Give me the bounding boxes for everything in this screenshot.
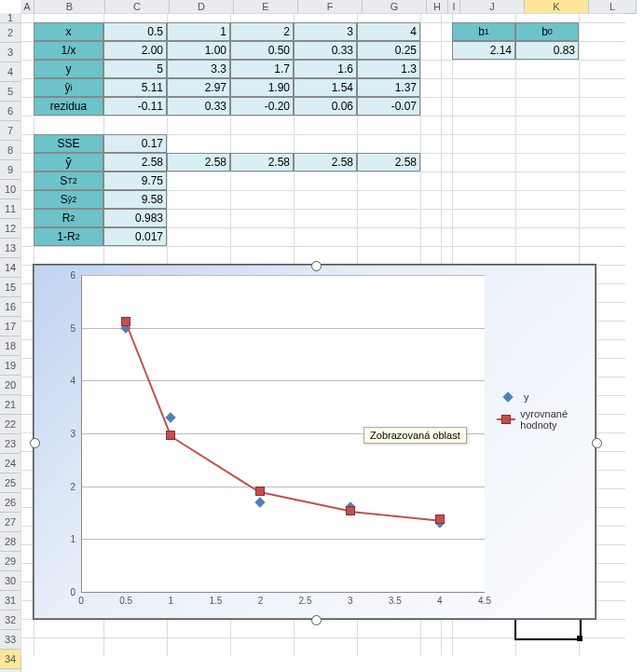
col-header-H[interactable]: H <box>427 0 448 13</box>
cell-B3[interactable]: 1/x <box>34 41 103 60</box>
cell-D3[interactable]: 1.00 <box>167 41 230 60</box>
cell-F3[interactable]: 0.33 <box>294 41 357 60</box>
cell-C6[interactable]: -0.11 <box>103 97 167 116</box>
cell-B11[interactable]: Sŷ2 <box>34 190 103 209</box>
cell-F2[interactable]: 3 <box>294 22 357 41</box>
chart-point-fitted[interactable] <box>166 431 175 440</box>
row-headers[interactable]: 1234567891011121314151617181920212223242… <box>0 13 21 672</box>
cell-C3[interactable]: 2.00 <box>103 41 167 60</box>
row-header-10[interactable]: 10 <box>0 180 21 199</box>
cell-G4[interactable]: 1.3 <box>357 60 420 78</box>
col-header-C[interactable]: C <box>105 0 170 13</box>
chart-point-fitted[interactable] <box>255 487 265 496</box>
row-header-28[interactable]: 28 <box>0 532 21 552</box>
row-header-8[interactable]: 8 <box>0 141 21 160</box>
cell-E2[interactable]: 2 <box>230 22 294 41</box>
cell-C9[interactable]: 2.58 <box>103 153 167 171</box>
cell-B4[interactable]: y <box>34 60 103 78</box>
row-header-11[interactable]: 11 <box>0 199 21 219</box>
chart-legend[interactable]: yvyrovnané hodnoty <box>496 386 595 436</box>
cell-C12[interactable]: 0.983 <box>103 209 167 227</box>
cell-B8[interactable]: SSE <box>34 134 103 153</box>
col-header-F[interactable]: F <box>298 0 363 13</box>
cell-E5[interactable]: 1.90 <box>230 78 294 97</box>
row-header-5[interactable]: 5 <box>0 82 21 102</box>
row-header-12[interactable]: 12 <box>0 219 21 239</box>
cell-C10[interactable]: 9.75 <box>103 171 167 190</box>
cell-D9[interactable]: 2.58 <box>167 153 230 171</box>
chart-point-y[interactable] <box>166 412 176 422</box>
cell-G6[interactable]: -0.07 <box>357 97 420 116</box>
row-header-1[interactable]: 1 <box>0 13 21 23</box>
col-header-E[interactable]: E <box>234 0 298 13</box>
row-header-34[interactable]: 34 <box>0 650 21 669</box>
cell-F9[interactable]: 2.58 <box>294 153 357 171</box>
row-header-17[interactable]: 17 <box>0 317 21 336</box>
col-header-B[interactable]: B <box>34 0 105 13</box>
col-header-K[interactable]: K <box>525 0 589 13</box>
cell-B13[interactable]: 1-R2 <box>34 227 103 246</box>
chart-point-fitted[interactable] <box>346 506 355 515</box>
cell-B6[interactable]: rezidua <box>34 97 103 116</box>
cell-B5[interactable]: ŷi <box>34 78 103 97</box>
row-header-15[interactable]: 15 <box>0 278 21 297</box>
row-header-18[interactable]: 18 <box>0 336 21 356</box>
cell-D6[interactable]: 0.33 <box>167 97 230 116</box>
cell-K3[interactable]: 0.83 <box>515 41 579 60</box>
chart-legend-item[interactable]: y <box>496 391 595 403</box>
cell-J3[interactable]: 2.14 <box>452 41 515 60</box>
row-header-31[interactable]: 31 <box>0 591 21 610</box>
column-headers[interactable]: ABCDEFGHIJKL <box>21 0 637 14</box>
cell-D5[interactable]: 2.97 <box>167 78 230 97</box>
cell-G2[interactable]: 4 <box>357 22 420 41</box>
cell-F5[interactable]: 1.54 <box>294 78 357 97</box>
chart-point-fitted[interactable] <box>435 514 445 524</box>
row-header-29[interactable]: 29 <box>0 552 21 571</box>
row-header-20[interactable]: 20 <box>0 376 21 395</box>
chart-legend-item[interactable]: vyrovnané hodnoty <box>496 408 595 431</box>
chart-point-y[interactable] <box>255 497 266 507</box>
chart[interactable]: yvyrovnané hodnoty Zobrazovaná oblast 01… <box>34 265 596 619</box>
cell-C13[interactable]: 0.017 <box>103 227 167 246</box>
row-header-4[interactable]: 4 <box>0 62 21 82</box>
row-header-3[interactable]: 3 <box>0 43 21 62</box>
row-header-27[interactable]: 27 <box>0 513 21 532</box>
row-header-30[interactable]: 30 <box>0 571 21 591</box>
row-header-26[interactable]: 26 <box>0 493 21 513</box>
cell-C8[interactable]: 0.17 <box>103 134 167 153</box>
cell-E4[interactable]: 1.7 <box>230 60 294 78</box>
cell-J2[interactable]: b1 <box>452 22 515 41</box>
col-header-I[interactable]: I <box>448 0 460 13</box>
cell-D4[interactable]: 3.3 <box>167 60 230 78</box>
row-header-14[interactable]: 14 <box>0 258 21 278</box>
cell-B10[interactable]: ST2 <box>34 171 103 190</box>
row-header-19[interactable]: 19 <box>0 356 21 376</box>
cell-F4[interactable]: 1.6 <box>294 60 357 78</box>
cell-F6[interactable]: 0.06 <box>294 97 357 116</box>
chart-resize-handle[interactable] <box>311 615 322 625</box>
cell-E3[interactable]: 0.50 <box>230 41 294 60</box>
cell-C11[interactable]: 9.58 <box>103 190 167 209</box>
cell-G5[interactable]: 1.37 <box>357 78 420 97</box>
cell-C2[interactable]: 0.5 <box>103 22 167 41</box>
cell-D2[interactable]: 1 <box>167 22 230 41</box>
col-header-J[interactable]: J <box>460 0 525 13</box>
col-header-G[interactable]: G <box>363 0 427 13</box>
cell-B12[interactable]: R2 <box>34 209 103 227</box>
row-header-9[interactable]: 9 <box>0 160 21 180</box>
cell-E6[interactable]: -0.20 <box>230 97 294 116</box>
row-header-24[interactable]: 24 <box>0 454 21 473</box>
cell-C5[interactable]: 5.11 <box>103 78 167 97</box>
chart-point-fitted[interactable] <box>121 317 130 326</box>
cell-B2[interactable]: x <box>34 22 103 41</box>
chart-resize-handle[interactable] <box>30 438 40 448</box>
cell-K2[interactable]: b0 <box>515 22 579 41</box>
col-header-L[interactable]: L <box>589 0 637 13</box>
cell-G3[interactable]: 0.25 <box>357 41 420 60</box>
row-header-21[interactable]: 21 <box>0 395 21 415</box>
cell-C4[interactable]: 5 <box>103 60 167 78</box>
row-header-33[interactable]: 33 <box>0 630 21 650</box>
col-header-A[interactable]: A <box>21 0 34 13</box>
chart-resize-handle[interactable] <box>592 438 602 448</box>
cell-B9[interactable]: ȳ <box>34 153 103 171</box>
